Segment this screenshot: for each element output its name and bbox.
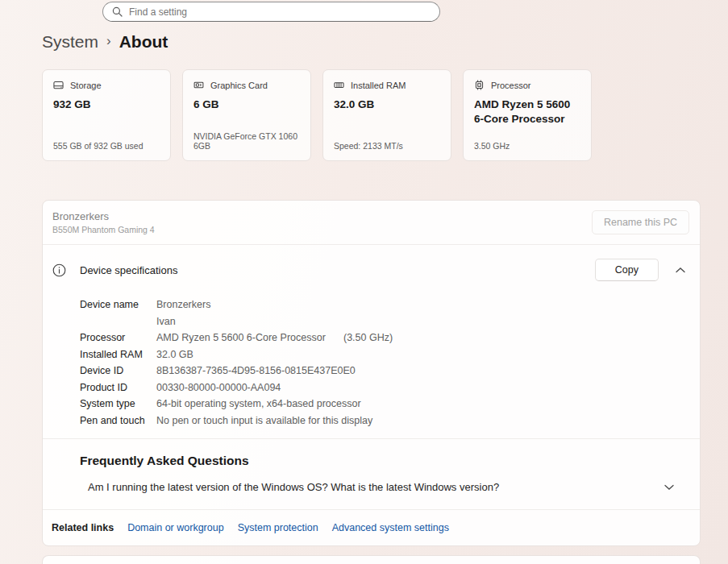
card-graphics-head: Graphics Card: [193, 80, 300, 90]
spec-value: 00330-80000-00000-AA094: [156, 379, 281, 396]
device-specifications-header: Device specifications Copy: [43, 245, 700, 295]
about-panel: Bronzerkers B550M Phantom Gaming 4 Renam…: [42, 200, 701, 546]
rename-pc-button[interactable]: Rename this PC: [592, 210, 689, 234]
device-header: Bronzerkers B550M Phantom Gaming 4 Renam…: [43, 201, 700, 244]
spec-row-product-id: Product ID 00330-80000-00000-AA094: [80, 379, 700, 396]
chevron-down-icon[interactable]: [664, 484, 674, 490]
spec-value: AMD Ryzen 5 5600 6-Core Processor(3.50 G…: [156, 330, 393, 346]
spec-row-system-type: System type 64-bit operating system, x64…: [80, 396, 700, 413]
ram-icon: [334, 80, 344, 90]
link-advanced-system-settings[interactable]: Advanced system settings: [332, 522, 449, 533]
card-label: Graphics Card: [210, 81, 268, 90]
link-domain-or-workgroup[interactable]: Domain or workgroup: [127, 522, 224, 533]
search-input[interactable]: [102, 2, 440, 22]
faq-question-row[interactable]: Am I running the latest version of the W…: [80, 481, 674, 493]
spec-value-line: Ivan: [156, 313, 210, 330]
settings-about-page: System › About Storage 932 GB 555 GB of …: [0, 0, 728, 564]
card-label: Processor: [491, 81, 531, 90]
chevron-up-icon: [676, 267, 685, 273]
device-identity: Bronzerkers B550M Phantom Gaming 4: [52, 210, 155, 234]
spec-label: Device name: [80, 297, 156, 330]
search-icon: [112, 6, 123, 17]
card-value: AMD Ryzen 5 5600 6-Core Processor: [474, 97, 580, 126]
search-field[interactable]: [129, 6, 431, 18]
breadcrumb-system[interactable]: System: [42, 32, 98, 52]
spec-value-extra: (3.50 GHz): [343, 332, 393, 343]
storage-icon: [53, 80, 64, 90]
spec-value: 64-bit operating system, x64-based proce…: [156, 396, 361, 413]
spec-label: Product ID: [80, 379, 156, 396]
processor-icon: [474, 80, 485, 90]
card-processor-head: Processor: [474, 80, 580, 90]
card-graphics: Graphics Card 6 GB NVIDIA GeForce GTX 10…: [182, 69, 311, 161]
related-links-section: Related links Domain or workgroup System…: [43, 509, 700, 545]
spec-label: Device ID: [80, 363, 156, 379]
spec-row-device-id: Device ID 8B136387-7365-4D95-8156-0815E4…: [80, 363, 700, 379]
card-value: 32.0 GB: [334, 97, 440, 112]
spec-row-processor: Processor AMD Ryzen 5 5600 6-Core Proces…: [80, 330, 700, 346]
summary-cards: Storage 932 GB 555 GB of 932 GB used Gra…: [42, 69, 592, 161]
next-panel-edge: [42, 555, 701, 564]
card-value: 6 GB: [193, 97, 300, 112]
spec-value-line: Bronzerkers: [156, 297, 210, 313]
faq-section: Frequently Asked Questions Am I running …: [43, 438, 700, 509]
spec-value: Bronzerkers Ivan: [156, 297, 210, 330]
card-label: Installed RAM: [351, 81, 406, 90]
spec-label: Installed RAM: [80, 346, 156, 363]
device-name: Bronzerkers: [52, 210, 155, 222]
spec-row-device-name: Device name Bronzerkers Ivan: [80, 297, 700, 330]
card-ram: Installed RAM 32.0 GB Speed: 2133 MT/s: [322, 69, 451, 161]
card-value: 932 GB: [53, 97, 160, 112]
card-detail: 3.50 GHz: [474, 141, 580, 151]
card-detail: 555 GB of 932 GB used: [53, 141, 160, 151]
breadcrumb: System › About: [42, 32, 168, 52]
page-title: About: [119, 32, 168, 52]
collapse-section-button[interactable]: [672, 264, 688, 276]
faq-title: Frequently Asked Questions: [80, 454, 674, 468]
graphics-card-icon: [193, 80, 204, 90]
link-system-protection[interactable]: System protection: [238, 522, 318, 533]
card-detail: Speed: 2133 MT/s: [334, 141, 440, 151]
breadcrumb-separator-icon: ›: [106, 33, 111, 49]
spec-label: Pen and touch: [80, 413, 156, 429]
faq-question: Am I running the latest version of the W…: [88, 481, 499, 493]
spec-value: 32.0 GB: [156, 346, 193, 363]
card-processor: Processor AMD Ryzen 5 5600 6-Core Proces…: [463, 69, 592, 161]
spec-value: No pen or touch input is available for t…: [156, 413, 372, 429]
info-icon: [52, 263, 66, 277]
device-specifications-section: Device specifications Copy Device name B…: [43, 244, 700, 438]
card-detail: NVIDIA GeForce GTX 1060 6GB: [193, 131, 300, 151]
card-storage-head: Storage: [53, 80, 160, 90]
spec-label: System type: [80, 396, 156, 413]
copy-button[interactable]: Copy: [595, 259, 659, 281]
spec-row-installed-ram: Installed RAM 32.0 GB: [80, 346, 700, 363]
card-label: Storage: [70, 81, 102, 90]
spec-rows: Device name Bronzerkers Ivan Processor A…: [43, 295, 700, 438]
spec-row-pen-and-touch: Pen and touch No pen or touch input is a…: [80, 413, 700, 429]
spec-value: 8B136387-7365-4D95-8156-0815E437E0E0: [156, 363, 356, 379]
card-ram-head: Installed RAM: [334, 80, 440, 90]
related-links-label: Related links: [52, 522, 114, 533]
device-specifications-title: Device specifications: [80, 264, 177, 276]
spec-value-main: AMD Ryzen 5 5600 6-Core Processor: [156, 330, 343, 346]
spec-label: Processor: [80, 330, 156, 346]
card-storage: Storage 932 GB 555 GB of 932 GB used: [42, 69, 171, 161]
device-model: B550M Phantom Gaming 4: [52, 225, 155, 234]
